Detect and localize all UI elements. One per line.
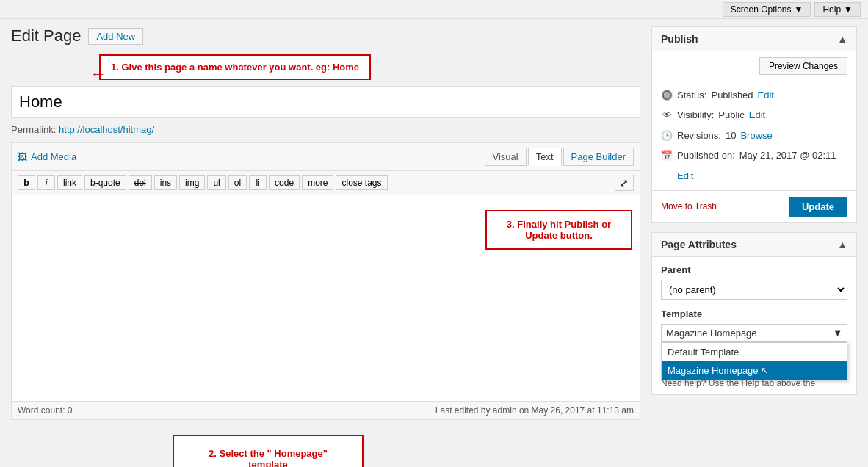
tab-page-builder[interactable]: Page Builder — [563, 148, 634, 166]
status-row: 🔘 Status: Published Edit — [661, 87, 847, 104]
tab-visual[interactable]: Visual — [485, 148, 527, 166]
attributes-title: Page Attributes — [661, 239, 737, 250]
template-select-shown[interactable]: Magazine Homepage ▼ — [661, 324, 847, 342]
annotation-step2: 2. Select the " Homepage" template — [173, 435, 364, 467]
format-bquote-button[interactable]: b-quote — [84, 175, 126, 190]
publish-info: 🔘 Status: Published Edit 👁 Visibility: P… — [652, 81, 856, 190]
status-label: Status: — [677, 87, 706, 104]
revisions-label: Revisions: — [677, 127, 721, 144]
permalink-url[interactable]: http://localhost/hitmag/ — [59, 124, 154, 135]
preview-changes-button[interactable]: Preview Changes — [759, 57, 847, 75]
help-label: Help — [822, 4, 841, 15]
top-bar: Screen Options ▼ Help ▼ — [0, 0, 868, 19]
add-media-label: Add Media — [31, 151, 76, 162]
editor-toolbar-top: 🖼 Add Media Visual Text Page Builder — [12, 143, 640, 171]
title-wrap — [11, 86, 640, 124]
publish-footer: Move to Trash Update — [652, 190, 856, 222]
media-icon: 🖼 — [18, 151, 27, 162]
permalink-row: Permalink: http://localhost/hitmag/ — [11, 124, 640, 135]
status-value: Published — [711, 87, 753, 104]
format-link-button[interactable]: link — [57, 175, 82, 190]
published-on-value: May 21, 2017 @ 02:11 — [739, 147, 836, 164]
format-img-button[interactable]: img — [179, 175, 205, 190]
annotation1-wrap: 1. Give this page a name whatever you wa… — [11, 54, 640, 83]
editor-footer: Word count: 0 Last edited by admin on Ma… — [12, 401, 640, 419]
page-attributes-box: Page Attributes ▲ Parent (no parent) Tem… — [651, 232, 857, 395]
revisions-icon: 🕒 — [661, 127, 673, 144]
help-button[interactable]: Help ▼ — [814, 2, 861, 17]
format-more-button[interactable]: more — [302, 175, 333, 190]
template-dropdown-wrap: Magazine Homepage ▼ Default Template Mag… — [661, 324, 847, 342]
format-bar: b i link b-quote del ins img ul ol li co… — [12, 171, 640, 195]
word-count: Word count: 0 — [18, 405, 72, 416]
annotation-step1: 1. Give this page a name whatever you wa… — [99, 54, 371, 80]
format-close-tags-button[interactable]: close tags — [336, 175, 387, 190]
visibility-row: 👁 Visibility: Public Edit — [661, 106, 847, 123]
preview-changes-wrap: Preview Changes — [652, 51, 856, 81]
main-wrap: Edit Page Add New 1. Give this page a na… — [0, 19, 868, 467]
editor-tabs: Visual Text Page Builder — [485, 148, 634, 166]
add-media-button[interactable]: 🖼 Add Media — [18, 151, 76, 162]
template-option-default[interactable]: Default Template — [662, 343, 847, 361]
attributes-collapse-button[interactable]: ▲ — [837, 239, 847, 250]
attributes-box-header: Page Attributes ▲ — [652, 233, 856, 257]
publish-title: Publish — [661, 33, 698, 45]
sidebar: Publish ▲ Preview Changes 🔘 Status: Publ… — [651, 26, 857, 395]
publish-box: Publish ▲ Preview Changes 🔘 Status: Publ… — [651, 26, 857, 223]
permalink-label: Permalink: — [11, 124, 56, 135]
format-bold-button[interactable]: b — [18, 175, 35, 190]
move-to-trash-link[interactable]: Move to Trash — [661, 201, 717, 211]
publish-collapse-button[interactable]: ▲ — [837, 33, 847, 45]
attributes-content: Parent (no parent) Template Magazine Hom… — [652, 257, 856, 372]
template-dropdown-list: Default Template Magazine Homepage ↖ — [661, 342, 847, 380]
revisions-count: 10 — [726, 127, 736, 144]
parent-label: Parent — [661, 264, 847, 275]
format-ol-button[interactable]: ol — [228, 175, 247, 190]
template-label: Template — [661, 308, 847, 319]
calendar-icon: 📅 — [661, 147, 673, 164]
help-chevron-icon: ▼ — [844, 4, 853, 15]
screen-options-label: Screen Options — [731, 4, 792, 15]
published-on-row: 📅 Published on: May 21, 2017 @ 02:11 — [661, 147, 847, 164]
format-li-button[interactable]: li — [249, 175, 267, 190]
visibility-edit-link[interactable]: Edit — [749, 106, 765, 123]
format-del-button[interactable]: del — [129, 175, 152, 190]
arrow1-icon: ← — [90, 65, 106, 84]
page-title: Edit Page — [11, 26, 81, 46]
cursor-icon: ↖ — [761, 365, 769, 376]
tab-text[interactable]: Text — [528, 148, 562, 166]
editor-content[interactable]: 3. Finally hit Publish or Update button. — [12, 195, 640, 401]
last-edited: Last edited by admin on May 26, 2017 at … — [435, 405, 634, 416]
revisions-browse-link[interactable]: Browse — [740, 127, 772, 144]
visibility-value: Public — [718, 106, 744, 123]
page-title-input[interactable] — [11, 86, 640, 118]
annotation2-wrap: 2. Select the " Homepage" template — [11, 435, 640, 467]
publish-box-header: Publish ▲ — [652, 27, 856, 51]
page-header: Edit Page Add New — [11, 26, 640, 46]
published-on-label: Published on: — [677, 147, 735, 164]
template-option-magazine[interactable]: Magazine Homepage ↖ — [662, 361, 847, 380]
visibility-icon: 👁 — [661, 106, 673, 123]
status-icon: 🔘 — [661, 87, 673, 104]
format-ul-button[interactable]: ul — [207, 175, 225, 190]
screen-options-chevron-icon: ▼ — [795, 4, 803, 15]
status-edit-link[interactable]: Edit — [758, 87, 774, 104]
format-code-button[interactable]: code — [269, 175, 300, 190]
visibility-label: Visibility: — [677, 106, 714, 123]
annotation-step3: 3. Finally hit Publish or Update button. — [485, 210, 632, 250]
content-area: Edit Page Add New 1. Give this page a na… — [11, 26, 640, 467]
screen-options-button[interactable]: Screen Options ▼ — [723, 2, 811, 17]
update-button[interactable]: Update — [789, 197, 847, 217]
editor-wrap: 🖼 Add Media Visual Text Page Builder b i… — [11, 142, 640, 420]
add-new-button[interactable]: Add New — [88, 28, 143, 45]
template-selected-value: Magazine Homepage — [666, 327, 757, 339]
parent-select[interactable]: (no parent) — [661, 280, 847, 300]
revisions-row: 🕒 Revisions: 10 Browse — [661, 127, 847, 144]
format-ins-button[interactable]: ins — [154, 175, 177, 190]
published-on-edit-link[interactable]: Edit — [677, 170, 693, 181]
template-chevron-icon: ▼ — [833, 327, 842, 339]
format-italic-button[interactable]: i — [37, 175, 55, 190]
editor-expand-button[interactable]: ⤢ — [615, 175, 634, 191]
